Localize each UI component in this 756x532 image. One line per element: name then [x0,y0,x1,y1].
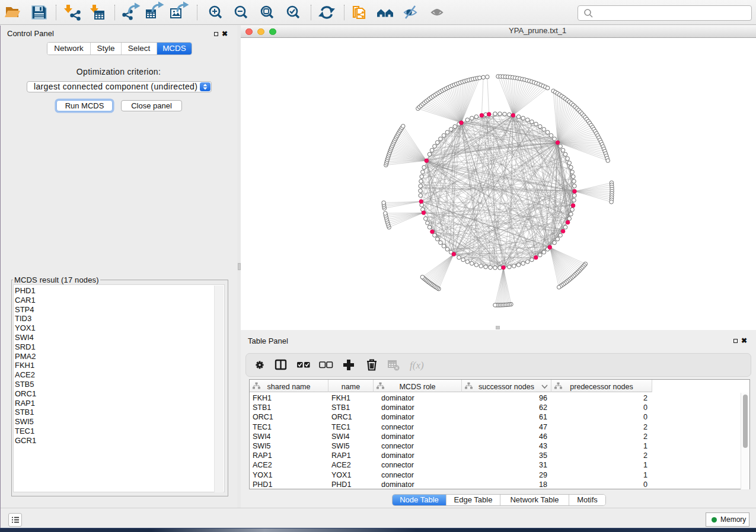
svg-text:f(x): f(x) [410,360,424,371]
